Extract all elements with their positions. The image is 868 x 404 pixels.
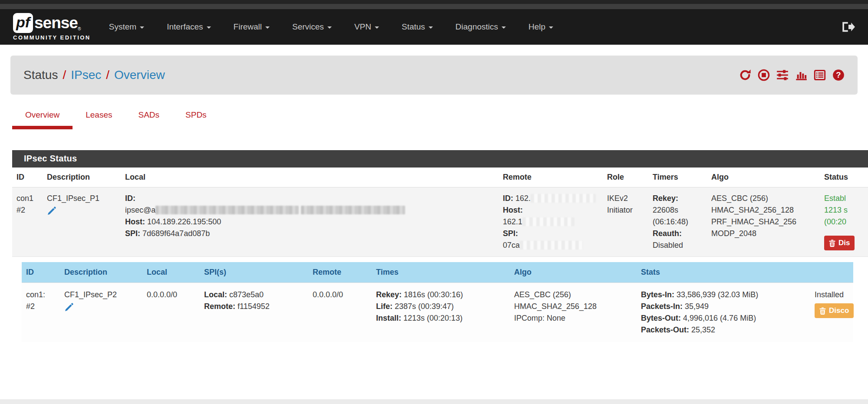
child-algo-hmac: HMAC_SHA2_256_128 bbox=[514, 301, 632, 312]
child-cell-description: CF1_IPsec_P2 bbox=[60, 283, 142, 342]
chevron-down-icon bbox=[375, 26, 379, 29]
col-algo: Algo bbox=[707, 168, 820, 187]
svg-text:?: ? bbox=[836, 70, 841, 79]
breadcrumb-link-ipsec[interactable]: IPsec bbox=[71, 68, 101, 82]
child-install-label: Install: bbox=[376, 314, 401, 322]
child-cell-id: con1: #2 bbox=[22, 283, 60, 342]
spi-local-value: c873e5a0 bbox=[229, 290, 264, 299]
algo-cipher: AES_CBC (256) bbox=[711, 193, 815, 204]
breadcrumb-section: Status bbox=[23, 68, 58, 82]
pfsense-logo-row: pf sense ® bbox=[13, 13, 91, 33]
page-action-icons: ? bbox=[739, 69, 845, 81]
packets-in-label: Packets-In: bbox=[641, 302, 683, 311]
breadcrumb-panel: Status / IPsec / Overview bbox=[10, 56, 858, 95]
child-sa-container: ID Description Local SPI(s) Remote Times… bbox=[12, 257, 868, 342]
sign-out-button[interactable] bbox=[842, 21, 855, 33]
tab-leases[interactable]: Leases bbox=[73, 110, 125, 129]
sense-logo-text: sense bbox=[34, 14, 78, 32]
menu-services[interactable]: Services bbox=[292, 22, 332, 32]
child-col-description: Description bbox=[60, 262, 142, 283]
menu-vpn[interactable]: VPN bbox=[354, 22, 379, 32]
col-status: Status bbox=[820, 168, 868, 187]
child-cell-algo: AES_CBC (256) HMAC_SHA2_256_128 IPComp: … bbox=[510, 283, 637, 342]
spi-remote-value: f1154952 bbox=[238, 302, 270, 311]
child-rekey-value: 1816s (00:30:16) bbox=[404, 290, 463, 299]
menu-diagnostics[interactable]: Diagnostics bbox=[455, 22, 506, 32]
redacted-remote-host bbox=[522, 217, 574, 226]
rekey-value: 22608s bbox=[653, 204, 703, 216]
edit-phase1-button[interactable] bbox=[47, 206, 56, 219]
pencil-icon bbox=[64, 302, 74, 312]
panel-title: IPsec Status bbox=[12, 150, 868, 168]
cell-role: IKEv2 Initiator bbox=[603, 187, 648, 257]
chevron-down-icon bbox=[327, 26, 332, 29]
menu-status-label: Status bbox=[402, 22, 425, 32]
tab-sads[interactable]: SADs bbox=[125, 110, 172, 129]
menu-system[interactable]: System bbox=[109, 22, 144, 32]
help-icon[interactable]: ? bbox=[832, 69, 845, 81]
cell-description: CF1_IPsec_P1 bbox=[43, 187, 121, 257]
remote-host-label: Host: bbox=[503, 206, 523, 214]
child-conn-subid: #2 bbox=[26, 301, 56, 312]
child-cell-status: Installed bbox=[810, 283, 853, 342]
child-cell-times: Rekey: 1816s (00:30:16) Life: 2387s (00:… bbox=[372, 283, 510, 342]
child-install-value: 1213s (00:20:13) bbox=[403, 314, 462, 322]
local-host-label: Host: bbox=[125, 217, 145, 226]
stop-icon[interactable] bbox=[758, 69, 770, 81]
conn-subid: #2 bbox=[17, 204, 38, 216]
col-local: Local bbox=[121, 168, 498, 187]
registered-mark: ® bbox=[78, 26, 81, 31]
disconnect-p2-button[interactable]: Disco bbox=[815, 303, 854, 318]
menu-status[interactable]: Status bbox=[402, 22, 433, 32]
packets-out-label: Packets-Out: bbox=[641, 325, 689, 334]
menu-help[interactable]: Help bbox=[528, 22, 553, 32]
table-viewport: IPsec Status ID Description Local Remote… bbox=[0, 150, 868, 342]
col-role: Role bbox=[603, 168, 648, 187]
breadcrumb-link-overview[interactable]: Overview bbox=[114, 68, 165, 82]
bytes-in-value: 33,586,939 (32.03 MiB) bbox=[677, 290, 758, 299]
edit-phase2-button[interactable] bbox=[64, 302, 74, 315]
child-header-row: ID Description Local SPI(s) Remote Times… bbox=[22, 262, 853, 283]
chevron-down-icon bbox=[429, 26, 433, 29]
list-icon[interactable] bbox=[814, 69, 826, 81]
disconnect-p2-label: Disco bbox=[829, 306, 849, 315]
chevron-down-icon bbox=[502, 26, 506, 29]
menu-interfaces[interactable]: Interfaces bbox=[167, 22, 211, 32]
spi-local-label: Local: bbox=[204, 290, 227, 299]
disconnect-p1-button[interactable]: Dis bbox=[824, 236, 855, 250]
packets-out-value: 25,352 bbox=[691, 325, 715, 334]
table-header-row: ID Description Local Remote Role Timers … bbox=[12, 168, 868, 187]
cell-timers: Rekey: 22608s (06:16:48) Reauth: Disable… bbox=[648, 187, 707, 257]
menu-system-label: System bbox=[109, 22, 136, 32]
local-spi-value: 7d689f64a7ad087b bbox=[142, 229, 210, 238]
redacted-remote-spi bbox=[520, 241, 583, 250]
child-remote-net: 0.0.0.0/0 bbox=[313, 290, 343, 299]
refresh-icon[interactable] bbox=[739, 69, 751, 81]
spi-remote-label: Remote: bbox=[204, 302, 235, 311]
child-col-stats: Stats bbox=[637, 262, 810, 283]
community-edition-tagline: COMMUNITY EDITION bbox=[13, 34, 91, 41]
tab-overview[interactable]: Overview bbox=[12, 110, 73, 129]
cell-algo: AES_CBC (256) HMAC_SHA2_256_128 PRF_HMAC… bbox=[707, 187, 820, 257]
sliders-icon[interactable] bbox=[776, 69, 789, 81]
role-value: Initiator bbox=[607, 204, 644, 216]
col-remote: Remote bbox=[498, 168, 603, 187]
child-cell-spis: Local: c873e5a0 Remote: f1154952 bbox=[200, 283, 308, 342]
pfsense-logo[interactable]: pf sense ® COMMUNITY EDITION bbox=[13, 13, 91, 41]
menu-firewall[interactable]: Firewall bbox=[234, 22, 270, 32]
remote-spi-value: 07ca bbox=[503, 241, 520, 250]
child-conn-id: con1: bbox=[26, 289, 56, 301]
chart-icon[interactable] bbox=[795, 69, 807, 81]
conn-id: con1 bbox=[17, 193, 38, 204]
main-navbar: pf sense ® COMMUNITY EDITION System Inte… bbox=[0, 9, 868, 45]
breadcrumb-separator: / bbox=[106, 68, 109, 82]
pf-logo-text: pf bbox=[16, 14, 30, 31]
cell-remote: ID: 162. Host: 162.1 SPI: 07ca bbox=[498, 187, 603, 257]
child-status-installed: Installed bbox=[815, 289, 849, 301]
tab-spds[interactable]: SPDs bbox=[172, 110, 220, 129]
description-text: CF1_IPsec_P1 bbox=[47, 193, 116, 204]
cell-local: ID: ipsec@a Host: 104.189.226.195:500 SP… bbox=[121, 187, 498, 257]
menu-services-label: Services bbox=[292, 22, 324, 32]
browser-top-strip bbox=[0, 0, 868, 4]
child-table-row: con1: #2 CF1_IPsec_P2 bbox=[22, 283, 853, 342]
